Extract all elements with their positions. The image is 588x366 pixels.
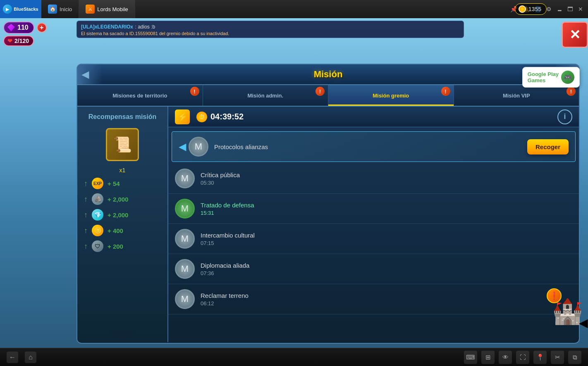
mission-name-reclamar: Reclamar terreno: [201, 292, 572, 299]
mission-item-diplomacia[interactable]: M Diplomacia aliada 07:36: [168, 254, 579, 284]
tab-territorio-label: Misiones de territorio: [112, 93, 167, 99]
mission-items-list: ◀ M Protocolos alianzas Recoger M Crític…: [168, 127, 579, 342]
mission-coin-diplomacia: M: [175, 259, 195, 279]
taskbar: ← ⌂ ⌨ ⊞ 👁 ⛶ 📍 ✂ ⧉: [0, 348, 588, 366]
reward-shield-row: ↑ 🛡 + 200: [84, 240, 161, 252]
reward-crystal-value: + 2,000: [108, 212, 128, 219]
minimize-button[interactable]: 🗕: [557, 6, 562, 12]
eye-icon[interactable]: 👁: [499, 351, 512, 364]
reward-exp-row: ↑ EXP + 54: [84, 178, 161, 189]
close-button[interactable]: ✕: [578, 6, 583, 12]
tab-gremio-label: Misión gremio: [373, 93, 409, 99]
mission-info-intercambio: Intercambio cultural 07:15: [201, 232, 572, 246]
close-mission-button[interactable]: ✕: [562, 21, 588, 48]
mission-name-tratado: Tratado de defensa: [201, 202, 572, 209]
tab-gremio-badge: [441, 87, 450, 96]
home-tab-icon: 🏠: [48, 5, 57, 14]
home-tab-label: Inicio: [60, 6, 72, 12]
mission-info-tratado: Tratado de defensa 15:31: [201, 202, 572, 216]
mission-item-critica[interactable]: M Crítica pública 05:30: [168, 164, 579, 194]
recoger-button[interactable]: Recoger: [527, 139, 569, 154]
mission-info-protocolos: Protocolos alianzas: [214, 143, 521, 150]
multi-icon[interactable]: ⧉: [568, 351, 581, 364]
reward-exp-arrow: ↑: [84, 179, 88, 188]
games-label: Games: [528, 77, 545, 83]
home-button[interactable]: ⌂: [25, 352, 36, 363]
taskbar-right: ⌨ ⊞ 👁 ⛶ 📍 ✂ ⧉: [464, 351, 581, 364]
mission-name-critica: Crítica pública: [201, 171, 572, 178]
tab-vip-badge: [566, 87, 576, 96]
reward-coin-row: ↑ 🪙 + 400: [84, 225, 161, 236]
reward-main-count: x1: [120, 167, 126, 173]
coin-display: 1355: [515, 3, 547, 15]
coin-icon: [519, 5, 526, 13]
info-button[interactable]: i: [557, 109, 572, 124]
reward-shield-icon: 🛡: [92, 240, 103, 252]
reward-coin-icon: 🪙: [92, 225, 103, 236]
top-hud: 110 + ❤ 2/120 [ULA]xLEGENDARIOx : adios …: [0, 18, 588, 67]
bluestacks-icon: ▶: [3, 5, 12, 14]
tab-bar: 🏠 Inicio ⚔ Lords Mobile: [41, 0, 510, 18]
timer-time: 04:39:52: [210, 112, 244, 121]
mission-time-tratado: 15:31: [201, 210, 572, 216]
rewards-panel: Recompensas misión 📜 x1 ↑ EXP + 54 ↑ 🪨 +…: [77, 107, 168, 342]
mission-coin-reclamar: M: [175, 289, 195, 309]
google-play-badge[interactable]: Google Play Games 🎮: [522, 67, 580, 88]
keyboard-icon[interactable]: ⌨: [464, 351, 477, 364]
gem-diamond-icon: [7, 24, 15, 31]
settings-icon[interactable]: ⚙: [546, 6, 552, 12]
reward-exp-icon: EXP: [92, 178, 103, 189]
location-icon[interactable]: 📍: [533, 351, 547, 364]
chat-bar: [ULA]xLEGENDARIOx : adios :b El sistema …: [76, 21, 464, 38]
mission-item-protocolos[interactable]: ◀ M Protocolos alianzas Recoger: [172, 131, 576, 162]
grid-icon[interactable]: ⊞: [481, 351, 495, 364]
add-gems-button[interactable]: +: [37, 23, 47, 33]
game-tab-icon: ⚔: [86, 5, 95, 14]
screenshot-icon[interactable]: ✂: [551, 351, 564, 364]
reward-stone-value: + 2,000: [108, 196, 128, 203]
mission-item-tratado[interactable]: M Tratado de defensa 15:31: [168, 194, 579, 224]
title-bar: ▶ BlueStacks 🏠 Inicio ⚔ Lords Mobile 135…: [0, 0, 588, 18]
reward-coin-arrow: ↑: [84, 226, 88, 235]
window-controls: 1355 📌 🔔 👤 ⚙ 🗕 🗖 ✕: [510, 6, 588, 12]
app-logo[interactable]: ▶ BlueStacks: [0, 0, 41, 18]
heart-value: 2/120: [14, 38, 29, 44]
mission-time-critica: 05:30: [201, 180, 572, 186]
mission-info-diplomacia: Diplomacia aliada 07:36: [201, 262, 572, 276]
chat-guild-tag: [ULA]xLEGENDARIOx: [81, 24, 133, 30]
missions-list: ⚡ ⏱ 04:39:52 i ◀ M Protocolos alianzas: [168, 107, 579, 342]
tab-territorio-badge: [190, 87, 199, 96]
lightning-button[interactable]: ⚡: [175, 109, 190, 124]
game-tab[interactable]: ⚔ Lords Mobile: [79, 0, 135, 18]
reward-crystal-arrow: ↑: [84, 211, 88, 219]
timer-bar: ⚡ ⏱ 04:39:52 i: [168, 107, 579, 127]
mission-info-critica: Crítica pública 05:30: [201, 171, 572, 186]
tab-admin[interactable]: Misión admin.: [203, 85, 329, 106]
coin-count: 1355: [528, 6, 541, 12]
gem-count: 110: [3, 21, 34, 34]
mission-item-reclamar[interactable]: M Reclamar terreno 06:12: [168, 284, 579, 314]
rewards-title: Recompensas misión: [88, 113, 157, 121]
tab-territorio[interactable]: Misiones de territorio: [77, 85, 203, 106]
tab-gremio[interactable]: Misión gremio: [328, 85, 454, 106]
mission-panel: ◀ Misión ▶ Misiones de territorio Misión…: [76, 64, 580, 344]
back-button[interactable]: ←: [7, 352, 18, 363]
taskbar-left: ← ⌂: [7, 352, 36, 363]
mission-tabs: Misiones de territorio Misión admin. Mis…: [77, 85, 579, 107]
mission-content: Recompensas misión 📜 x1 ↑ EXP + 54 ↑ 🪨 +…: [77, 107, 579, 342]
timer-display: ⏱ 04:39:52: [196, 112, 244, 122]
maximize-button[interactable]: 🗖: [567, 6, 573, 12]
chat-message-line: [ULA]xLEGENDARIOx : adios :b: [81, 23, 459, 30]
home-tab[interactable]: 🏠 Inicio: [41, 0, 79, 18]
fullscreen-icon[interactable]: ⛶: [516, 351, 529, 364]
castle-decoration: 🏰 ❗ ◀: [551, 292, 584, 330]
mission-title-bar: ◀ Misión ▶: [77, 64, 579, 85]
mission-item-intercambio[interactable]: M Intercambio cultural 07:15: [168, 224, 579, 254]
gems-bar: 110 +: [3, 21, 47, 34]
mission-info-reclamar: Reclamar terreno 06:12: [201, 292, 572, 307]
mission-prev-arrow[interactable]: ◀: [81, 69, 89, 80]
tab-vip[interactable]: Misión VIP: [454, 85, 579, 106]
reward-shield-value: + 200: [108, 243, 123, 250]
game-tab-label: Lords Mobile: [97, 6, 128, 12]
google-play-label: Google Play: [528, 71, 559, 77]
